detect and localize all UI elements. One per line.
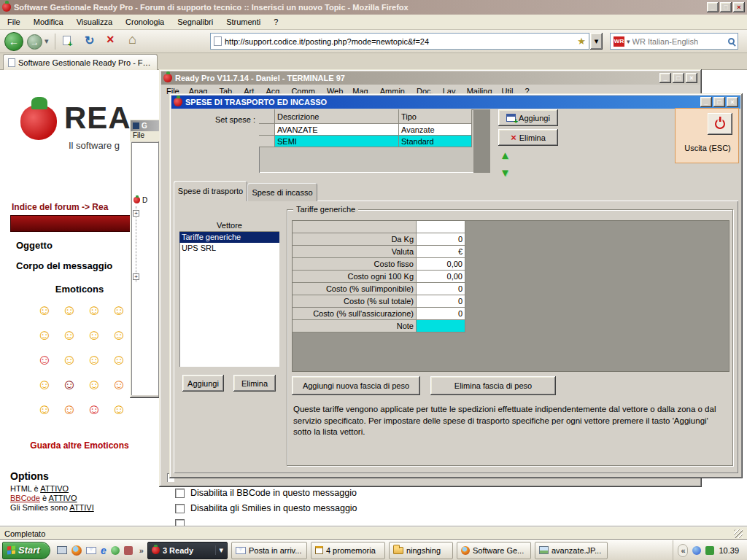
url-text[interactable]: http://support.codice.it/posting.php?mod… bbox=[225, 37, 574, 46]
menu-cronologia[interactable]: Cronologia bbox=[124, 16, 166, 28]
menu-visualizza[interactable]: Visualizza bbox=[75, 16, 114, 28]
minimize-icon[interactable]: _ bbox=[700, 97, 712, 107]
group-dropdown-icon[interactable]: ▾ bbox=[215, 545, 223, 555]
taskbar-button-software[interactable]: Software Ge... bbox=[457, 542, 531, 559]
col-header-descrizione[interactable]: Descrizione bbox=[275, 109, 399, 124]
quicklaunch-firefox-icon[interactable] bbox=[71, 545, 82, 556]
emoticon-icon[interactable]: ☺ bbox=[62, 402, 77, 416]
maximize-icon[interactable]: □ bbox=[713, 97, 725, 107]
elimina-set-button[interactable]: × Elimina bbox=[498, 129, 558, 146]
emoticon-icon[interactable]: ☺ bbox=[112, 303, 126, 317]
emoticon-icon[interactable]: ☺ bbox=[62, 352, 77, 367]
cell-tipo[interactable]: Standard bbox=[399, 136, 472, 147]
emoticon-icon[interactable]: ☺ bbox=[87, 377, 101, 392]
taskbar-button-posta[interactable]: Posta in arriv... bbox=[231, 542, 307, 559]
emoticon-icon[interactable]: ☺ bbox=[37, 327, 52, 342]
tree-expand-icon[interactable]: + bbox=[133, 273, 139, 280]
vettore-item-selected[interactable]: Tariffe generiche bbox=[179, 232, 279, 243]
home-icon[interactable]: ⌂ bbox=[128, 32, 136, 47]
forward-button[interactable]: → bbox=[27, 34, 42, 50]
minimize-icon[interactable]: _ bbox=[707, 2, 719, 12]
breadcrumb[interactable]: Indice del forum -> Rea bbox=[12, 202, 108, 212]
quicklaunch-app-icon[interactable] bbox=[111, 546, 120, 555]
tray-icon-blue[interactable] bbox=[692, 546, 701, 555]
search-input[interactable]: WR Italian-English bbox=[632, 37, 726, 46]
taskbar-button-ningshing[interactable]: ningshing bbox=[389, 542, 453, 559]
tariffe-value[interactable]: 0 bbox=[417, 233, 465, 246]
close-icon[interactable]: × bbox=[727, 97, 738, 107]
tariffe-value[interactable]: 0 bbox=[417, 283, 465, 295]
bbcode-link[interactable]: BBCode bbox=[10, 494, 40, 502]
search-engine-dropdown-icon[interactable]: ▾ bbox=[627, 38, 630, 45]
emoticon-icon[interactable]: ☺ bbox=[87, 327, 101, 342]
tray-collapse-icon[interactable]: « bbox=[678, 544, 688, 557]
emoticon-icon[interactable]: ☺ bbox=[112, 377, 126, 392]
start-button[interactable]: Start bbox=[2, 542, 50, 559]
aggiungi-fascia-button[interactable]: Aggiungi nuova fascia di peso bbox=[292, 376, 420, 395]
menu-help[interactable]: ? bbox=[272, 16, 279, 28]
quicklaunch-desktop-icon[interactable] bbox=[57, 546, 67, 554]
cell-tipo[interactable]: Avanzate bbox=[399, 124, 472, 136]
bookmark-star-icon[interactable]: ★ bbox=[577, 36, 586, 47]
refresh-icon[interactable]: ↻ bbox=[85, 34, 94, 47]
emoticon-icon[interactable]: ☺ bbox=[62, 327, 77, 342]
tariffe-value[interactable]: 0,00 bbox=[417, 258, 465, 271]
vettore-aggiungi-button[interactable]: Aggiungi bbox=[182, 375, 224, 392]
quicklaunch-overflow-icon[interactable]: » bbox=[139, 546, 144, 555]
emoticon-icon[interactable]: ☺ bbox=[37, 303, 52, 317]
tab-forum[interactable]: Software Gestionale Ready Pro - Foru... bbox=[3, 54, 158, 70]
uscita-button[interactable] bbox=[708, 113, 732, 135]
tray-icon-green[interactable] bbox=[705, 546, 714, 555]
back-button[interactable]: ← bbox=[4, 32, 23, 51]
move-up-icon[interactable]: ▲ bbox=[500, 149, 511, 161]
aggiungi-set-button[interactable]: Aggiungi bbox=[498, 109, 558, 126]
resize-grip[interactable] bbox=[734, 529, 743, 538]
taskbar-button-avanzate[interactable]: avanzate.JP... bbox=[535, 542, 608, 559]
tree-expand-icon[interactable]: + bbox=[133, 210, 139, 217]
tariffe-value[interactable]: 0 bbox=[417, 308, 465, 320]
maximize-icon[interactable]: □ bbox=[673, 73, 684, 83]
emoticon-icon[interactable]: ☺ bbox=[37, 352, 52, 367]
vettore-item[interactable]: UPS SRL bbox=[179, 243, 279, 254]
cell-descrizione[interactable]: AVANZATE bbox=[275, 124, 399, 136]
vettore-elimina-button[interactable]: Elimina bbox=[233, 375, 276, 392]
tariffe-value[interactable]: 0,00 bbox=[417, 271, 465, 283]
dialog-titlebar[interactable]: SPESE DI TRASPORTO ED INCASSO _ □ × bbox=[171, 96, 740, 109]
search-bar[interactable]: WR ▾ WR Italian-English bbox=[610, 33, 738, 50]
quicklaunch-mail-icon[interactable] bbox=[86, 547, 96, 554]
emoticons-more-link[interactable]: Guarda altre Emoticons bbox=[0, 440, 159, 451]
emoticon-icon[interactable]: ☺ bbox=[112, 327, 126, 342]
emoticon-icon[interactable]: ☺ bbox=[87, 352, 101, 367]
taskbar-button-ready[interactable]: 3 Ready ▾ bbox=[147, 542, 228, 559]
menu-strumenti[interactable]: Strumenti bbox=[225, 16, 262, 28]
readypro-titlebar[interactable]: Ready Pro V11.7.14 - Daniel - TERMINALE … bbox=[161, 71, 700, 85]
emoticon-icon[interactable]: ☺ bbox=[37, 402, 52, 416]
cell-descrizione[interactable]: SEMI bbox=[275, 136, 399, 147]
minimize-icon[interactable]: _ bbox=[659, 73, 671, 83]
close-icon[interactable]: × bbox=[686, 73, 697, 83]
tariffe-value[interactable]: 0 bbox=[417, 295, 465, 308]
quicklaunch-browser-icon[interactable]: e bbox=[101, 545, 107, 556]
url-bar[interactable]: http://support.codice.it/posting.php?mod… bbox=[210, 33, 589, 50]
history-dropdown-icon[interactable]: ▾ bbox=[44, 36, 49, 46]
menu-segnalibri[interactable]: Segnalibri bbox=[176, 16, 214, 28]
maximize-icon[interactable]: □ bbox=[720, 2, 732, 12]
tab-spese-trasporto[interactable]: Spese di trasporto bbox=[174, 181, 247, 201]
elimina-fascia-button[interactable]: Elimina fascia di peso bbox=[430, 376, 556, 395]
emoticon-icon[interactable]: ☺ bbox=[112, 402, 126, 416]
menu-modifica[interactable]: Modifica bbox=[32, 16, 65, 28]
taskbar-button-promemoria[interactable]: 4 promemoria bbox=[311, 542, 385, 559]
html-status-link[interactable]: ATTIVO bbox=[40, 484, 69, 493]
smilies-status-link[interactable]: ATTIVI bbox=[69, 503, 93, 512]
tariffe-value-note[interactable] bbox=[417, 320, 465, 332]
emoticon-icon[interactable]: ☺ bbox=[87, 303, 101, 317]
set-grid-row[interactable]: AVANZATE Avanzate bbox=[259, 124, 490, 136]
menu-file[interactable]: File bbox=[6, 16, 22, 28]
stop-icon[interactable]: × bbox=[107, 32, 115, 47]
quicklaunch-app2-icon[interactable] bbox=[124, 546, 133, 555]
emoticon-icon[interactable]: ☺ bbox=[37, 377, 52, 392]
bbcode-status-link[interactable]: ATTIVO bbox=[49, 494, 77, 502]
tree-node-root[interactable]: D bbox=[133, 196, 147, 204]
url-dropdown-button[interactable]: ▾ bbox=[590, 33, 603, 50]
emoticon-icon[interactable]: ☺ bbox=[112, 352, 126, 367]
